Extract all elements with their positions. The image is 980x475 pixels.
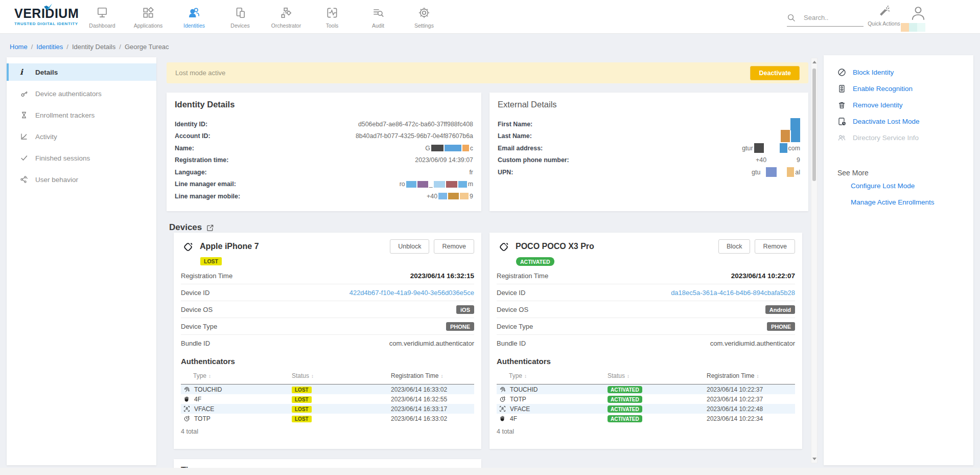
field-first-name: First Name: [498, 118, 800, 130]
applications-icon [142, 5, 155, 20]
remove-device-button[interactable]: Remove [755, 239, 795, 254]
auth-time: 2023/06/14 16:33:17 [391, 405, 474, 413]
table-row[interactable]: VFACE ACTIVATED 2023/06/14 10:22:48 [497, 404, 795, 414]
column-header-registration-time[interactable]: Registration Time [707, 372, 759, 379]
nav-tools[interactable]: Tools [313, 5, 351, 29]
auth-type: TOUCHID [194, 386, 222, 393]
quick-actions-button[interactable]: Quick Actions [866, 5, 902, 27]
authenticators-title: Authenticators [181, 357, 474, 366]
column-header-status[interactable]: Status [292, 372, 314, 379]
field-name: Name: Gc [175, 142, 473, 154]
column-header-type[interactable]: Type [193, 372, 211, 379]
device-id-link[interactable]: da18ec5a-361a-4c16-b4b6-894cbafa5b28 [671, 289, 795, 297]
vertical-scrollbar[interactable] [811, 58, 818, 463]
sidebar-item-label: Activity [35, 133, 57, 141]
sidebar-item-details[interactable]: i Details [7, 63, 156, 81]
status-badge: LOST [292, 416, 312, 422]
nav-devices[interactable]: Devices [221, 5, 259, 29]
table-row[interactable]: 4F LOST 2023/06/14 16:32:55 [181, 394, 474, 404]
bottom-strip [0, 468, 980, 475]
device-row-device-type: Device Type PHONE [497, 318, 795, 335]
user-avatar[interactable] [909, 4, 928, 22]
activity-chart-icon [20, 132, 35, 141]
device-row-device-id: Device ID da18ec5a-361a-4c16-b4b6-894cba… [497, 284, 795, 301]
auth-time: 2023/06/14 10:22:34 [707, 415, 795, 422]
table-row[interactable]: TOTP ACTIVATED 2023/06/14 10:22:37 [497, 394, 795, 404]
nav-dashboard[interactable]: Dashboard [83, 5, 121, 29]
nav-orchestrator[interactable]: Orchestrator [267, 5, 305, 29]
block-identity-action[interactable]: Block Identity [837, 66, 964, 78]
redaction-block [448, 193, 459, 199]
field-account-id: Account ID: 8b40ad7f-b077-4325-96b7-0e4f… [175, 130, 473, 143]
sidebar-item-activity[interactable]: Activity [7, 128, 156, 145]
nav-applications[interactable]: Applications [129, 5, 167, 29]
external-link-icon[interactable] [206, 224, 214, 232]
device-status-badge: ACTIVATED [516, 257, 554, 266]
enable-recognition-action[interactable]: Enable Recognition [837, 83, 964, 94]
dashboard-icon [96, 5, 109, 20]
column-header-registration-time[interactable]: Registration Time [391, 372, 443, 379]
lost-mode-banner: Lost mode active Deactivate [167, 62, 808, 83]
text-fragment: c [470, 145, 473, 152]
breadcrumb-separator: / [31, 43, 33, 51]
scrollbar-thumb[interactable] [812, 69, 816, 181]
table-row[interactable]: TOUCHID ACTIVATED 2023/06/14 10:22:37 [497, 384, 795, 394]
scroll-up-arrow[interactable] [812, 61, 816, 63]
column-header-status[interactable]: Status [608, 372, 629, 379]
trash-icon [837, 101, 848, 109]
redaction-block [406, 181, 416, 188]
nav-settings[interactable]: Settings [405, 5, 443, 29]
remove-identity-action[interactable]: Remove Identity [837, 99, 964, 110]
table-row[interactable]: 4F ACTIVATED 2023/06/14 10:22:34 [497, 414, 795, 423]
redaction-block [417, 181, 428, 188]
sidebar-item-user-behavior[interactable]: User behavior [7, 171, 156, 188]
device-name: Apple iPhone 7 [200, 239, 259, 254]
redaction-block [781, 130, 790, 142]
directory-service-info-action: Directory Service Info [837, 132, 964, 143]
main-nav: Dashboard Applications Identities Device… [83, 5, 443, 29]
key-icon [20, 89, 35, 98]
redaction-block [790, 118, 800, 130]
column-header-type[interactable]: Type [509, 372, 527, 379]
remove-device-button[interactable]: Remove [434, 239, 474, 254]
sidebar-item-device-authenticators[interactable]: Device authenticators [7, 85, 156, 102]
email-address-redacted: gturcom [742, 143, 800, 153]
configure-lost-mode-link[interactable]: Configure Lost Mode [851, 182, 964, 191]
redaction-block [445, 145, 461, 151]
table-row[interactable]: TOUCHID LOST 2023/06/14 16:33:02 [181, 384, 474, 394]
see-more-toggle[interactable]: See More [837, 169, 964, 177]
device-row-device-type: Device Type PHONE [181, 318, 474, 335]
device-registration-time: 2023/06/14 16:32:15 [410, 272, 474, 280]
unblock-device-button[interactable]: Unblock [390, 239, 429, 254]
redaction-block [780, 143, 787, 153]
text-fragment: al [795, 169, 800, 176]
breadcrumb-identities[interactable]: Identities [36, 43, 63, 51]
nav-audit[interactable]: Audit [359, 5, 397, 29]
nav-identities[interactable]: Identities [175, 5, 213, 29]
table-row[interactable]: TOTP LOST 2023/06/14 16:33:02 [181, 414, 474, 423]
manage-active-enrollments-link[interactable]: Manage Active Enrollments [851, 198, 964, 208]
device-id-link[interactable]: 422d4b67-f10e-41a9-9e40-3e56d036e5ce [349, 289, 474, 297]
identity-details-title: Identity Details [175, 100, 473, 109]
deactivate-lost-mode-button[interactable]: Deactivate [750, 66, 800, 80]
breadcrumb-home[interactable]: Home [10, 43, 28, 51]
table-row[interactable]: VFACE LOST 2023/06/14 16:33:17 [181, 404, 474, 414]
auth-type: TOUCHID [510, 386, 538, 393]
face-scan-icon [182, 405, 191, 412]
block-device-button[interactable]: Block [718, 239, 751, 254]
name-value-redacted: Gc [425, 145, 473, 152]
text-fragment: G [425, 145, 430, 152]
top-bar: VERIDIUM TRUSTED DIGITAL IDENTITY Dashbo… [0, 0, 980, 34]
veridium-logo[interactable]: VERIDIUM TRUSTED DIGITAL IDENTITY [14, 7, 79, 26]
status-badge: ACTIVATED [608, 415, 642, 422]
bundle-id-value: com.veridiumid.authenticator [710, 340, 795, 347]
hand-4f-icon [182, 396, 191, 402]
redaction-block [462, 145, 469, 151]
sidebar-item-label: Finished sessions [35, 154, 90, 162]
sidebar-item-enrollment-trackers[interactable]: Enrollment trackers [7, 106, 156, 124]
auth-type: 4F [510, 415, 517, 422]
search-input[interactable] [804, 14, 861, 21]
deactivate-lost-mode-action[interactable]: Deactivate Lost Mode [837, 116, 964, 127]
scroll-down-arrow[interactable] [812, 458, 816, 460]
sidebar-item-finished-sessions[interactable]: Finished sessions [7, 149, 156, 167]
